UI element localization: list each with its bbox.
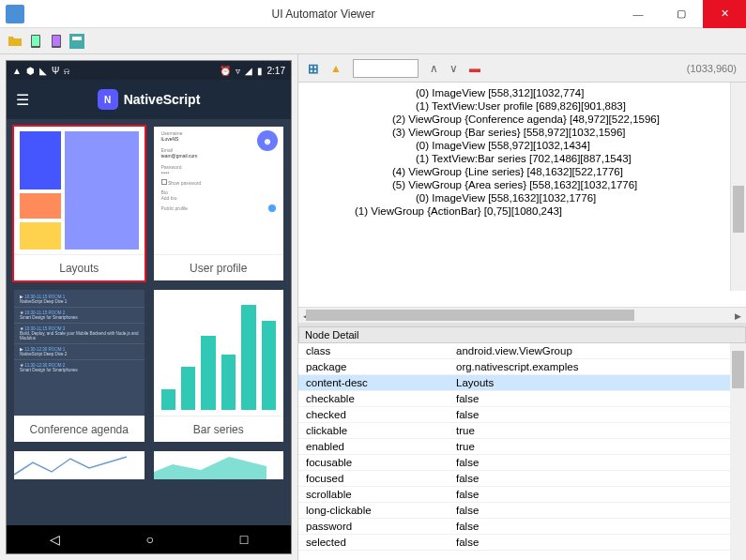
detail-row[interactable]: selectedfalse — [298, 535, 746, 551]
clock: 2:17 — [267, 66, 285, 76]
detail-header: Node Detail — [298, 326, 746, 343]
svg-marker-6 — [154, 457, 266, 479]
back-icon[interactable]: ◁ — [50, 532, 60, 547]
bug-icon: ⬢ — [26, 66, 35, 76]
wifi-icon: ▿ — [236, 66, 240, 76]
prev-icon[interactable]: ∧ — [430, 62, 438, 75]
delete-icon[interactable]: ▬ — [469, 62, 480, 75]
list-item: ★ 10:30-11:15 ROOM 3Build, Deploy, and S… — [14, 324, 145, 344]
search-input[interactable] — [353, 59, 419, 78]
card-label: Bar series — [154, 416, 284, 442]
app-name: NativeScript — [124, 92, 201, 107]
card-user-profile[interactable]: ☻ Username iLoveNS Email team@gmail.com … — [154, 127, 284, 280]
android-navbar: ◁ ○ □ — [7, 525, 291, 553]
tree-row[interactable]: (4) ViewGroup {Line series} [48,1632][52… — [298, 165, 746, 178]
card-label: User profile — [154, 254, 284, 280]
warning-icon: ▲ — [330, 62, 342, 75]
card-conference-agenda[interactable]: ▶ 10:30-11:15 ROOM 1NativeScript Deep Di… — [14, 290, 145, 442]
tree-row[interactable]: (0) ImageView [558,1632][1032,1776] — [298, 191, 746, 204]
adb-icon: ⍾ — [64, 66, 69, 76]
open-icon[interactable] — [8, 34, 23, 49]
toolbar — [0, 28, 746, 54]
android-statusbar: ▲ ⬢ ◣ Ψ ⍾ ⏰ ▿ ◢ ▮ 2:17 — [7, 61, 291, 80]
card-layouts[interactable]: Layouts — [14, 127, 145, 280]
field-placeholder: Add bio — [161, 195, 277, 201]
detail-row[interactable]: packageorg.nativescript.examples — [298, 359, 746, 375]
coordinates: (1033,960) — [687, 63, 737, 74]
hamburger-icon[interactable]: ☰ — [16, 91, 29, 109]
maximize-button[interactable]: ▢ — [660, 0, 703, 28]
detail-row[interactable]: checkablefalse — [298, 391, 746, 407]
detail-row[interactable]: classandroid.view.ViewGroup — [298, 343, 746, 359]
minimize-button[interactable]: — — [617, 0, 660, 28]
tree-row[interactable]: (0) ImageView [558,972][1032,1434] — [298, 139, 746, 152]
card-bar-series[interactable]: Bar series — [154, 290, 284, 442]
card-line-series[interactable] — [14, 451, 145, 479]
detail-row[interactable]: clickabletrue — [298, 423, 746, 439]
tree-row[interactable]: (5) ViewGroup {Area series} [558,1632][1… — [298, 178, 746, 191]
svg-rect-3 — [53, 36, 60, 46]
screenshot-panel: ▲ ⬢ ◣ Ψ ⍾ ⏰ ▿ ◢ ▮ 2:17 ☰ N Nativ — [0, 54, 298, 560]
device-frame: ▲ ⬢ ◣ Ψ ⍾ ⏰ ▿ ◢ ▮ 2:17 ☰ N Nativ — [6, 60, 292, 554]
agenda-preview: ▶ 10:30-11:15 ROOM 1NativeScript Deep Di… — [14, 290, 145, 416]
node-detail-table[interactable]: classandroid.view.ViewGrouppackageorg.na… — [298, 343, 746, 560]
card-label: Layouts — [14, 254, 145, 280]
svg-rect-5 — [72, 37, 82, 40]
scroll-right-icon[interactable]: ▶ — [730, 308, 746, 324]
list-item: ▶ 10:30-11:15 ROOM 1NativeScript Deep Di… — [14, 292, 145, 308]
field-value: team@gmail.com — [161, 153, 277, 159]
usb-icon: Ψ — [52, 66, 59, 76]
tree-row[interactable]: (1) ViewGroup {ActionBar} [0,75][1080,24… — [298, 204, 746, 218]
avatar-icon: ☻ — [257, 130, 278, 151]
tree-toolbar: ⊞ ▲ ∧ ∨ ▬ (1033,960) — [298, 54, 746, 83]
detail-row[interactable]: scrollablefalse — [298, 487, 746, 503]
app-header: ☰ N NativeScript — [7, 80, 291, 119]
save-icon[interactable] — [69, 34, 84, 49]
battery-icon: ▮ — [257, 66, 263, 76]
tree-row[interactable]: (3) ViewGroup {Bar series} [558,972][103… — [298, 126, 746, 139]
vertical-scrollbar[interactable] — [730, 343, 746, 560]
next-icon[interactable]: ∨ — [449, 62, 458, 75]
detail-row[interactable]: focusedfalse — [298, 471, 746, 487]
alarm-icon: ⏰ — [220, 66, 231, 76]
tree-row[interactable]: (1) TextView:User profile [689,826][901,… — [298, 99, 746, 113]
tree-row[interactable]: (2) ViewGroup {Conference agenda} [48,97… — [298, 113, 746, 126]
tag-icon: ◣ — [39, 66, 47, 76]
window-title: UI Automator Viewer — [30, 8, 617, 21]
close-button[interactable]: ✕ — [703, 0, 746, 28]
warning-icon: ▲ — [12, 66, 22, 76]
vertical-scrollbar[interactable] — [730, 83, 746, 291]
device-dump-icon[interactable] — [49, 34, 64, 49]
signal-icon: ◢ — [245, 66, 252, 76]
app-logo: N — [98, 89, 118, 110]
detail-row[interactable]: long-clickablefalse — [298, 503, 746, 519]
recents-icon[interactable]: □ — [240, 532, 248, 547]
detail-row[interactable]: focusablefalse — [298, 455, 746, 471]
device-screenshot-icon[interactable] — [28, 34, 43, 49]
svg-rect-1 — [32, 36, 39, 46]
detail-row[interactable]: checkedfalse — [298, 407, 746, 423]
tree-row[interactable]: (1) TextView:Bar series [702,1486][887,1… — [298, 152, 746, 165]
detail-row[interactable]: passwordfalse — [298, 519, 746, 535]
svg-rect-4 — [69, 34, 84, 49]
examples-grid[interactable]: Layouts ☻ Username iLoveNS Email team@gm… — [7, 119, 291, 525]
list-item: ★ 11:30-12:30 ROOM 2Smart Design for Sma… — [14, 360, 145, 375]
tree-row[interactable]: (0) ImageView [558,312][1032,774] — [298, 86, 746, 99]
card-label: Conference agenda — [14, 416, 145, 442]
app-icon — [6, 5, 24, 23]
detail-row[interactable]: content-descLayouts — [298, 375, 746, 391]
checkbox-label: Show password — [168, 180, 201, 186]
card-area-series[interactable] — [154, 451, 284, 479]
switch-label: Public profile — [161, 205, 189, 211]
expand-all-icon[interactable]: ⊞ — [308, 61, 319, 76]
detail-row[interactable]: enabledtrue — [298, 439, 746, 455]
switch-icon — [268, 204, 276, 212]
home-icon[interactable]: ○ — [146, 532, 154, 547]
window-titlebar: UI Automator Viewer — ▢ ✕ — [0, 0, 746, 28]
horizontal-scrollbar[interactable]: ◀ ▶ — [298, 307, 746, 323]
list-item: ★ 10:30-11:15 ROOM 2Smart Design for Sma… — [14, 308, 145, 324]
list-item: ▶ 11:30-12:30 ROOM 1NativeScript Deep Di… — [14, 344, 145, 360]
hierarchy-tree[interactable]: (0) ImageView [558,312][1032,774](1) Tex… — [298, 83, 746, 307]
